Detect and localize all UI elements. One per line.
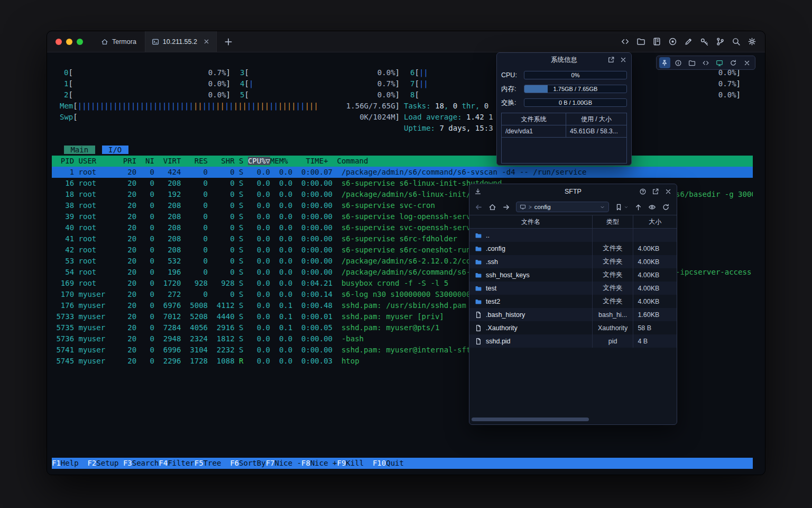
fkey-f2[interactable]: F2 xyxy=(87,459,96,467)
branch-icon[interactable] xyxy=(716,37,725,46)
cpu-core-bars xyxy=(73,89,208,101)
folder-icon[interactable] xyxy=(636,37,645,46)
pin-icon[interactable] xyxy=(659,57,670,68)
sftp-table-header: 文件名 类型 大小 xyxy=(469,215,677,229)
process-values: 0.0 0.1 0:00.48 xyxy=(243,301,341,310)
process-values: 0.0 0.0 0:00.00 xyxy=(243,234,341,243)
fkey-label-f2[interactable]: Setup xyxy=(96,459,123,467)
folder-icon[interactable] xyxy=(687,57,698,68)
refresh-icon[interactable] xyxy=(662,203,670,211)
sftp-file-row-sshd.pid[interactable]: sshd.pidpid4 B xyxy=(469,334,677,348)
screen-tab-main[interactable]: Main xyxy=(64,146,95,154)
fkey-f1[interactable]: F1 xyxy=(52,459,61,467)
sftp-file-row-updir[interactable]: .. xyxy=(469,229,677,242)
sysinfo-progress-bar: 1.75GB / 7.65GB xyxy=(524,85,627,93)
sftp-file-row-.config[interactable]: .config文件夹4.00KB xyxy=(469,242,677,255)
fkey-label-f8[interactable]: Nice + xyxy=(310,459,337,467)
help-icon[interactable] xyxy=(639,188,647,195)
close-icon[interactable] xyxy=(620,56,627,64)
close-icon[interactable] xyxy=(665,188,672,195)
new-tab-button[interactable] xyxy=(223,37,234,47)
sftp-file-row-test[interactable]: test文件夹4.00KB xyxy=(469,282,677,295)
scrollbar-thumb[interactable] xyxy=(472,418,589,421)
header-sort-cpu[interactable]: CPU%▽ xyxy=(248,157,270,165)
fkey-f6[interactable]: F6 xyxy=(230,459,239,467)
fkey-label-f7[interactable]: Nice - xyxy=(274,459,301,467)
screen-tab-io[interactable]: I/O xyxy=(102,146,128,154)
parent-directory-icon[interactable] xyxy=(634,203,642,211)
fkey-label-f3[interactable]: Search xyxy=(132,459,159,467)
file-name: .config xyxy=(486,245,505,252)
meter-bracket-close: ] xyxy=(395,78,400,89)
detach-icon[interactable] xyxy=(652,188,659,195)
fkey-label-f10[interactable]: Quit xyxy=(386,459,413,467)
fkey-f5[interactable]: F5 xyxy=(195,459,204,467)
tab-session[interactable]: 10.211.55.2 xyxy=(145,31,217,52)
horizontal-scrollbar[interactable] xyxy=(472,418,676,421)
zoom-window-button[interactable] xyxy=(77,39,83,45)
file-icon xyxy=(475,324,482,332)
record-icon[interactable] xyxy=(668,37,677,46)
process-values: 169 root 20 0 1720 928 928 xyxy=(52,279,239,287)
process-values: 5745 myuser 20 0 2296 1728 1088 xyxy=(52,357,239,365)
fkey-f7[interactable]: F7 xyxy=(266,459,275,467)
info-icon[interactable] xyxy=(673,57,684,68)
refresh-icon[interactable] xyxy=(727,57,739,68)
sysinfo-meter-label: CPU: xyxy=(501,71,520,79)
fkey-f4[interactable]: F4 xyxy=(159,459,168,467)
fkey-f8[interactable]: F8 xyxy=(301,459,310,467)
column-filename[interactable]: 文件名 xyxy=(469,215,593,228)
fkey-label-f4[interactable]: Filter xyxy=(168,459,195,467)
file-icon xyxy=(475,311,482,319)
path-breadcrumb[interactable]: > config xyxy=(516,202,609,212)
tab-close-icon[interactable] xyxy=(203,38,210,45)
code-icon[interactable] xyxy=(700,57,712,68)
forward-icon[interactable] xyxy=(502,203,510,211)
sftp-file-row-ssh_host_keys[interactable]: ssh_host_keys文件夹4.00KB xyxy=(469,268,677,282)
settings-icon[interactable] xyxy=(748,37,756,46)
progress-text: 1.75GB / 7.65GB xyxy=(524,85,626,93)
sftp-file-row-.Xauthority[interactable]: .XauthorityXauthority58 B xyxy=(469,321,677,334)
process-table-header[interactable]: PID USER PRI NI VIRT RES SHR S CPU%▽MEM%… xyxy=(52,156,753,167)
fkey-label-f1[interactable]: Help xyxy=(61,459,88,467)
process-values: 0.0 0.0 0:00.14 xyxy=(243,290,341,298)
sysinfo-panel: 系统信息 CPU:0%内存:1.75GB / 7.65GB交换:0 B / 1.… xyxy=(496,52,632,166)
home-icon[interactable] xyxy=(488,203,496,211)
fkey-label-f9[interactable]: Kill xyxy=(346,459,373,467)
sftp-file-row-.ssh[interactable]: .ssh文件夹4.00KB xyxy=(469,255,677,268)
close-window-button[interactable] xyxy=(56,39,62,45)
detach-icon[interactable] xyxy=(607,56,615,64)
meter-label: Swp xyxy=(60,112,73,123)
column-type[interactable]: 类型 xyxy=(593,215,634,228)
memory-meter: Mem[||||||||||||||||||||||||||||||||||||… xyxy=(60,101,400,112)
bookmarks-button[interactable] xyxy=(615,203,629,211)
code-icon[interactable] xyxy=(621,37,630,46)
close-icon[interactable] xyxy=(741,57,752,68)
progress-text: 0 B / 1.00GB xyxy=(524,99,626,106)
column-size[interactable]: 大小 xyxy=(633,215,677,228)
notebook-icon[interactable] xyxy=(652,37,661,46)
file-name-cell: .bash_history xyxy=(469,308,593,321)
search-icon[interactable] xyxy=(732,37,741,46)
fkey-label-f5[interactable]: Tree xyxy=(204,459,230,467)
meter-bracket-open: [ xyxy=(68,89,72,101)
process-row-pid-1[interactable]: 1 root 20 0 424 0 0 S 0.0 0.0 0:00.07 /p… xyxy=(52,167,753,178)
cpu-meter-2: 2[0.0%] xyxy=(64,89,230,101)
edit-icon[interactable] xyxy=(684,37,693,46)
computer-icon xyxy=(520,204,526,210)
key-icon[interactable] xyxy=(700,37,709,46)
back-icon[interactable] xyxy=(475,203,483,211)
minimize-window-button[interactable] xyxy=(66,39,72,45)
tab-home[interactable]: Termora xyxy=(93,31,145,52)
meter-bracket-close: ] xyxy=(395,67,400,78)
fkey-label-f6[interactable]: SortBy xyxy=(239,459,266,467)
sftp-file-row-.bash_history[interactable]: .bash_historybash_hi...1.60KB xyxy=(469,308,677,321)
fkey-f10[interactable]: F10 xyxy=(373,459,386,467)
meter-value: 0K/1024M xyxy=(359,112,395,123)
fkey-f3[interactable]: F3 xyxy=(123,459,132,467)
show-hidden-icon[interactable] xyxy=(648,203,656,211)
sftp-file-row-test2[interactable]: test2文件夹4.00KB xyxy=(469,295,677,308)
display-icon[interactable] xyxy=(714,57,725,68)
chevron-down-icon[interactable] xyxy=(599,204,605,210)
fkey-f9[interactable]: F9 xyxy=(337,459,346,467)
